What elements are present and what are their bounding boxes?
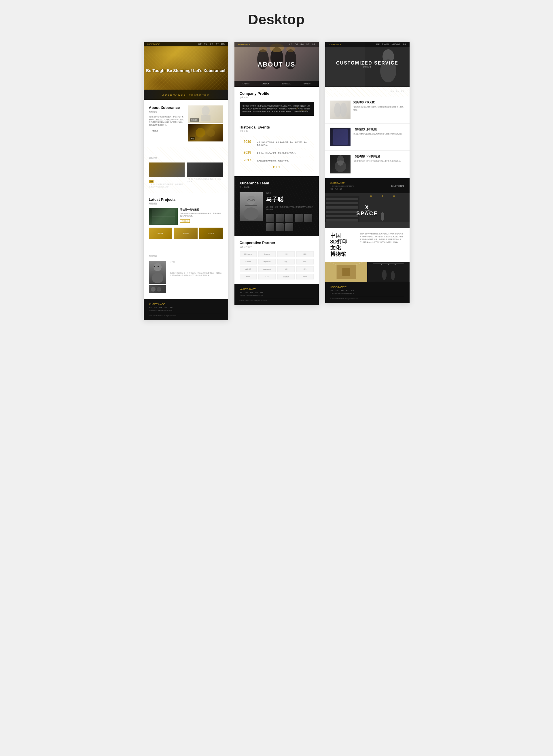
timeline-year-3: 2017 (244, 158, 252, 162)
svg-point-58 (381, 264, 382, 265)
partner-10: picturesports (258, 266, 275, 272)
fashion-nav-2[interactable]: 配件 (391, 90, 394, 93)
footer-nav-service[interactable]: 服务 (159, 307, 162, 308)
fashion-nav-3[interactable]: 手包 (396, 90, 399, 93)
timeline-bg: 2019 成立上海联合三维科技文化发展有限公司。参与上海设计周，展出最新设计产品… (240, 136, 314, 172)
col3-nav-item-3[interactable]: 3D打印礼品 (391, 44, 400, 46)
museum-section: 中国3D打印文化博物馆 中国3D打印文化博物馆由三维科技文化发展有限公司与上海市… (325, 228, 410, 262)
col3-footer-nav-1[interactable]: 首页 (330, 290, 333, 291)
col3-footer-nav-3[interactable]: 服务 (341, 290, 343, 291)
svg-point-6 (154, 263, 162, 271)
project-small-2: 最新作品 (174, 228, 198, 239)
project-featured: 君桂园3D打印雕塑 为君桂园设计并打印了一系列装饰性雕塑，完美呈现了独特的艺术风… (149, 208, 223, 225)
col2-nav-item-3[interactable]: 服务 (300, 44, 304, 46)
fashion-section: Fashion 服装 配件 手包 家居 (325, 87, 410, 96)
nav-items: 首页 产品 服务 关于 联系 (198, 43, 225, 45)
footer-nav-about[interactable]: 关于 (164, 307, 167, 308)
historical-section: Historical Events 历史大事 2019 成立上海联合三维科技文化… (234, 121, 319, 176)
col2-nav-item-1[interactable]: 首页 (289, 44, 292, 46)
col2-nav-logo: XUBERANCE (238, 44, 251, 46)
about-hero-nav-4[interactable]: 合作伙伴 (304, 82, 311, 85)
col3-nav-item-2[interactable]: 定制礼品 (382, 44, 389, 46)
fashion-nav-1[interactable]: 服装 (385, 90, 389, 93)
team-avatar-8 (285, 223, 293, 231)
col2-nav-item-2[interactable]: 产品 (295, 44, 298, 46)
col2-footer-nav-2[interactable]: 产品 (245, 292, 248, 293)
col2-footer-nav-3[interactable]: 服务 (250, 292, 253, 293)
about-hero-nav-1[interactable]: 公司简介 (242, 82, 249, 85)
xspace-label: X SPACE (356, 205, 378, 217)
nav-service[interactable]: 服务 (210, 43, 213, 45)
product-img-2 (330, 128, 350, 146)
about-link[interactable]: 了解更多 (149, 129, 161, 133)
col3-footer-nav-5[interactable]: 联系 (351, 290, 354, 291)
svg-point-60 (395, 264, 396, 265)
project-small-1: 项目案例 (149, 228, 172, 239)
col3-nav-item-4[interactable]: 更多 (403, 44, 406, 46)
news-section: News 最新消息 活动 《遇见》联合设计师艺术展开幕，共同展现了三维打印产品的… (144, 147, 228, 193)
col2-footer-nav-4[interactable]: 关于 (255, 292, 258, 293)
member-info: 马子聪 马子聪 我相信技术能够给每一个人带来独一无二的个性化审美体验。我相信技术… (170, 261, 223, 277)
member-desc: 我相信技术能够给每一个人带来独一无二的个性化审美体验。我相信技术能够给每一个人带… (170, 272, 223, 277)
fashion-nav-4[interactable]: 家居 (401, 90, 404, 93)
svg-rect-43 (326, 219, 358, 222)
nav-about[interactable]: 关于 (216, 43, 219, 45)
contact-nav-3[interactable]: 服务 (339, 188, 342, 190)
col3-footer-nav-2[interactable]: 产品 (335, 290, 338, 291)
project-desc: 为君桂园设计并打印了一系列装饰性雕塑，完美呈现了独特的艺术风格。 (180, 212, 223, 218)
team-avatar-2 (275, 214, 284, 222)
about-img-1: 文创服务 (188, 105, 223, 123)
member-role: 马子聪 (170, 261, 223, 263)
col3-nav-item-1[interactable]: 拍摄 (376, 44, 380, 46)
footer-nav-product[interactable]: 产品 (154, 307, 157, 308)
contact-nav-1[interactable]: 首页 (330, 188, 333, 190)
svg-rect-10 (151, 271, 164, 272)
projects-section: Latest Projects 最新项目 君桂园3D打印雕塑 为君桂园设计并打印… (144, 193, 228, 244)
svg-point-55 (382, 270, 387, 280)
gallery-img-1 (325, 262, 368, 282)
members-subtitle: 核心成员 (149, 254, 223, 257)
svg-point-9 (158, 266, 159, 267)
about-hero-nav-2[interactable]: 历史大事 (262, 82, 269, 85)
timeline-item-3: 2017 赴美国波士顿参加设计展，开拓国际市场。 (244, 158, 310, 164)
page-title: Desktop (248, 11, 305, 27)
footer-nav-contact[interactable]: 联系 (170, 307, 172, 308)
contact-nav-2[interactable]: 产品 (335, 188, 338, 190)
col2-footer-nav-1[interactable]: 首页 (240, 292, 242, 293)
col3-footer-nav-4[interactable]: 关于 (346, 290, 349, 291)
contact-nav-items: 首页 产品 服务 (330, 188, 389, 190)
nav-product[interactable]: 产品 (204, 43, 208, 45)
museum-text-col: 中国3D打印文化博物馆由三维科技文化发展有限公司与上海市政府联合建立，致力于推广… (360, 232, 404, 257)
product-desc-3: 专为展览活动设计的三维打印拖尾礼服，成为各大展览的亮点。 (353, 160, 404, 163)
footer-address: 上海市闸北区共和新路3049号1907室 (149, 309, 223, 311)
svg-rect-41 (326, 211, 358, 213)
product-info-3: 《领域圈》3D打印拖展 专为展览活动设计的三维打印拖尾礼服，成为各大展览的亮点。 (353, 155, 404, 173)
col2-footer-nav-5[interactable]: 联系 (260, 292, 263, 293)
col2-nav-item-5[interactable]: 联系 (312, 44, 315, 46)
nav-contact[interactable]: 联系 (221, 43, 225, 45)
project-img-main (149, 208, 178, 225)
about-text: About Xuberance 相程简述 我们由设计主导的创新型设计工作室以艺术… (149, 105, 185, 142)
service-hero-text: CUSTOMIZED SERVICE 定制服务 (336, 61, 398, 69)
svg-rect-54 (367, 262, 410, 282)
partner-15: 前沿科技 (278, 274, 295, 280)
product-info-1: 完美婚纱《惊天鹊》 专为婚礼设计的三维打印婚纱，以独特的蕾丝镂空花纹著称，精美绝… (353, 100, 404, 119)
project-small-3: 设计展览 (199, 228, 223, 239)
timeline-year-1: 2019 (244, 140, 252, 144)
hero-bar: XUBERANCE 中国三维设计品牌 (144, 90, 228, 100)
nav-home[interactable]: 首页 (198, 43, 202, 45)
contact-logo: XUBERANCE (330, 182, 389, 184)
footer-nav-home[interactable]: 首页 (149, 307, 152, 308)
svg-rect-1 (201, 115, 210, 121)
partner-16: Trimble (296, 274, 314, 280)
partner-11: 金鹰 (278, 266, 295, 272)
about-hero-nav-3[interactable]: 设计师团队 (282, 82, 291, 85)
about-images: 文创服务 产品 (188, 105, 223, 142)
footer-nav: 首页 产品 服务 关于 联系 (149, 307, 223, 308)
col2-nav-item-4[interactable]: 关于 (306, 44, 310, 46)
svg-point-8 (154, 266, 155, 267)
partners-grid: 3D Systems Stratasys 中国 CBD Gensler lift… (240, 251, 314, 280)
fashion-nav: 服装 配件 手包 家居 (385, 90, 404, 93)
project-link[interactable]: 了解更多 (180, 219, 190, 223)
product-info-2: 《拜占庭》系列礼服 拜占庭风格的礼服系列，融合东西方美学，彰显独特的艺术品位。 (353, 128, 404, 146)
